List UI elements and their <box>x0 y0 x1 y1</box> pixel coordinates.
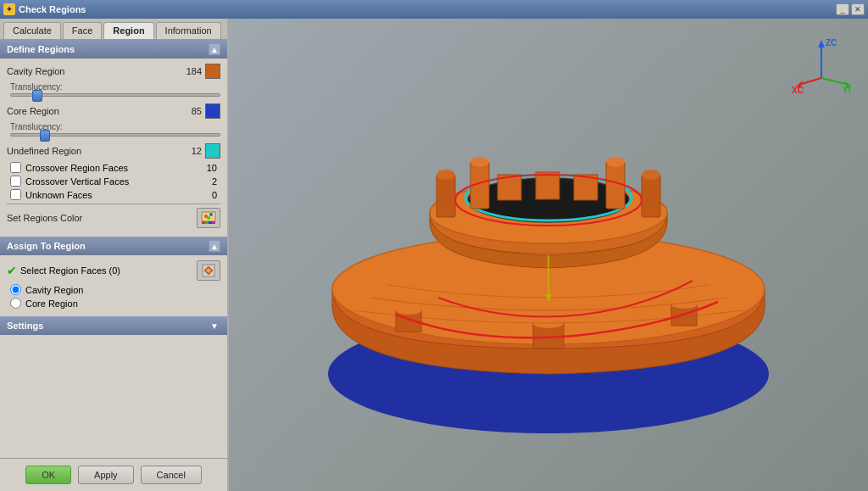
svg-rect-29 <box>437 175 455 217</box>
svg-point-6 <box>209 213 213 216</box>
ok-button[interactable]: OK <box>25 466 71 484</box>
crossover-vertical-faces-row: Crossover Vertical Faces 2 <box>7 176 220 187</box>
color-palette-icon <box>201 211 216 225</box>
cavity-region-label: Cavity Region <box>7 66 181 76</box>
select-faces-icon <box>201 263 216 278</box>
svg-rect-35 <box>536 172 559 199</box>
define-regions-title: Define Regions <box>7 44 75 54</box>
crossover-region-faces-checkbox[interactable] <box>10 162 21 173</box>
crossover-vertical-faces-checkbox[interactable] <box>10 176 21 187</box>
cavity-region-radio-row: Cavity Region <box>7 284 220 295</box>
svg-point-7 <box>207 216 210 220</box>
settings-header: Settings ▼ <box>0 316 227 335</box>
title-icon: ✦ <box>3 3 15 15</box>
svg-point-44 <box>671 300 697 309</box>
window-title: Check Regions <box>19 4 832 14</box>
svg-text:YC: YC <box>843 86 851 95</box>
tab-region[interactable]: Region <box>103 22 153 39</box>
unknown-faces-row: Unknown Faces 0 <box>7 189 220 200</box>
crossover-vertical-faces-count: 2 <box>212 176 217 187</box>
unknown-faces-count: 0 <box>212 190 217 200</box>
assign-to-region-body: ✔ Select Region Faces (0) Cavity Region <box>0 255 227 316</box>
panel-content: Define Regions ▲ Cavity Region 184 Trans… <box>0 40 227 458</box>
minimize-button[interactable]: _ <box>836 3 849 15</box>
core-region-label: Core Region <box>7 106 181 116</box>
define-regions-body: Cavity Region 184 Translucency: Core Reg… <box>0 59 227 237</box>
core-region-radio-row: Core Region <box>7 298 220 309</box>
tab-information[interactable]: Information <box>156 22 221 39</box>
svg-rect-2 <box>205 221 209 224</box>
set-regions-color-row: Set Regions Color <box>7 208 220 228</box>
tab-face[interactable]: Face <box>63 22 102 39</box>
svg-point-28 <box>606 157 625 167</box>
cavity-region-row: Cavity Region 184 <box>7 64 220 79</box>
apply-button[interactable]: Apply <box>78 466 134 484</box>
assign-to-region-header: Assign To Region ▲ <box>0 237 227 255</box>
left-panel: Calculate Face Region Information Define… <box>0 19 229 491</box>
crossover-region-faces-row: Crossover Region Faces 10 <box>7 162 220 173</box>
core-translucency-track <box>10 133 220 137</box>
cavity-translucency-track <box>10 93 220 97</box>
assign-to-region-collapse[interactable]: ▲ <box>209 240 220 252</box>
define-regions-collapse[interactable]: ▲ <box>209 43 220 55</box>
titlebar: ✦ Check Regions _ ✕ <box>0 0 868 19</box>
tab-calculate[interactable]: Calculate <box>3 22 61 39</box>
viewport[interactable]: ZC YC XC <box>229 19 868 491</box>
undefined-region-row: Undefined Region 12 <box>7 143 220 159</box>
core-region-row: Core Region 85 <box>7 103 220 119</box>
core-translucency-row: Translucency: <box>7 122 220 137</box>
svg-point-32 <box>642 170 660 180</box>
svg-point-26 <box>470 157 489 167</box>
core-region-color[interactable] <box>205 103 220 119</box>
core-translucency-thumb[interactable] <box>40 130 50 142</box>
settings-expand[interactable]: ▼ <box>209 320 220 332</box>
svg-point-41 <box>396 306 421 315</box>
bottom-bar: OK Apply Cancel <box>0 458 227 491</box>
select-region-faces-label: Select Region Faces (0) <box>20 265 197 276</box>
undefined-region-color[interactable] <box>205 143 220 159</box>
svg-rect-31 <box>642 175 660 217</box>
check-icon: ✔ <box>7 264 17 277</box>
window-controls: _ ✕ <box>836 3 865 15</box>
main-layout: Calculate Face Region Information Define… <box>0 19 868 491</box>
tab-bar: Calculate Face Region Information <box>0 19 227 40</box>
core-region-count: 85 <box>181 106 202 116</box>
cavity-translucency-row: Translucency: <box>7 82 220 97</box>
svg-point-30 <box>437 170 455 180</box>
svg-rect-4 <box>212 221 215 224</box>
crossover-region-faces-label: Crossover Region Faces <box>25 163 207 173</box>
unknown-faces-label: Unknown Faces <box>25 190 212 200</box>
cavity-translucency-thumb[interactable] <box>32 90 42 102</box>
close-button[interactable]: ✕ <box>851 3 865 15</box>
assign-to-region-title: Assign To Region <box>7 241 86 251</box>
undefined-region-label: Undefined Region <box>7 146 181 156</box>
set-regions-color-button[interactable] <box>197 208 220 228</box>
cancel-button[interactable]: Cancel <box>141 466 202 484</box>
model-svg <box>260 35 837 476</box>
select-region-faces-button[interactable] <box>197 260 220 281</box>
settings-title: Settings <box>7 321 43 331</box>
set-regions-color-label: Set Regions Color <box>7 213 197 223</box>
crossover-vertical-faces-label: Crossover Vertical Faces <box>25 176 212 187</box>
core-region-radio-label: Core Region <box>25 299 78 309</box>
cavity-region-color[interactable] <box>205 64 220 79</box>
cavity-region-radio[interactable] <box>10 284 21 295</box>
core-region-radio[interactable] <box>10 298 21 309</box>
cavity-region-count: 184 <box>181 66 202 76</box>
undefined-region-count: 12 <box>181 146 202 156</box>
svg-rect-3 <box>209 221 212 224</box>
cavity-region-radio-label: Cavity Region <box>25 285 83 295</box>
divider-1 <box>7 204 220 204</box>
crossover-region-faces-count: 10 <box>207 163 217 173</box>
unknown-faces-checkbox[interactable] <box>10 189 21 200</box>
select-region-faces-row: ✔ Select Region Faces (0) <box>7 260 220 281</box>
svg-rect-1 <box>202 221 205 224</box>
define-regions-header: Define Regions ▲ <box>0 40 227 59</box>
